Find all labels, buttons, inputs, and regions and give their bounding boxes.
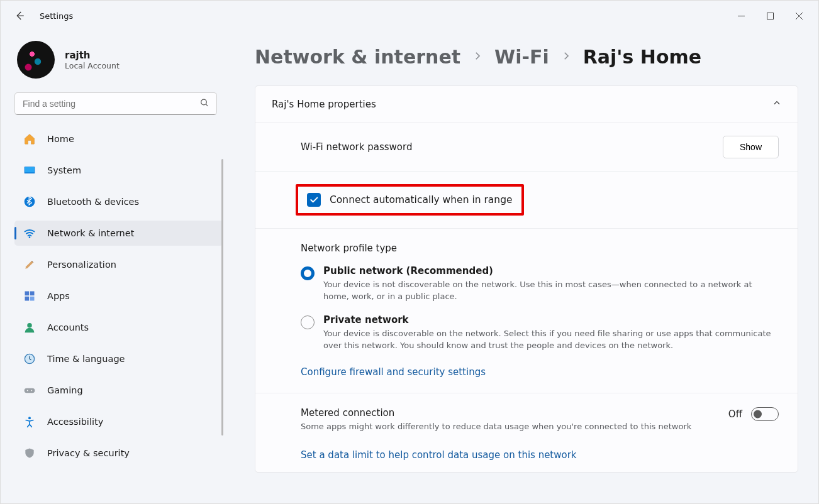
- title-bar-left: Settings: [13, 9, 73, 22]
- brush-icon: [23, 258, 36, 271]
- system-icon: [23, 164, 36, 177]
- nav-label: Gaming: [47, 385, 83, 395]
- nav-gaming[interactable]: Gaming: [14, 378, 223, 403]
- minimize-button[interactable]: [727, 6, 755, 26]
- main-content: Network & internet Wi-Fi Raj's Home Raj'…: [227, 31, 818, 503]
- nav-network[interactable]: Network & internet: [14, 221, 223, 246]
- maximize-button[interactable]: [755, 6, 784, 26]
- radio-private-input[interactable]: [301, 315, 315, 329]
- nav-label: Home: [47, 134, 74, 144]
- nav-label: System: [47, 165, 81, 175]
- nav-label: Privacy & security: [47, 448, 130, 458]
- nav-label: Accessibility: [47, 417, 103, 427]
- profile-type-section: Network profile type Public network (Rec…: [255, 229, 798, 393]
- radio-public-title: Public network (Recommended): [323, 265, 779, 277]
- crumb-network[interactable]: Network & internet: [255, 46, 460, 68]
- nav-home[interactable]: Home: [14, 126, 223, 151]
- shield-icon: [23, 447, 36, 459]
- accessibility-icon: [23, 415, 36, 428]
- person-icon: [23, 321, 36, 334]
- nav-label: Bluetooth & devices: [47, 197, 139, 207]
- nav-system[interactable]: System: [14, 158, 223, 183]
- window-controls: [727, 6, 813, 26]
- apps-icon: [23, 290, 36, 302]
- search-input[interactable]: [14, 92, 217, 115]
- radio-public-input[interactable]: [301, 266, 315, 280]
- sidebar: rajth Local Account Home System: [1, 31, 227, 503]
- svg-point-4: [201, 99, 207, 105]
- svg-point-8: [25, 197, 35, 207]
- metered-row: Metered connection Some apps might work …: [255, 393, 798, 438]
- crumb-wifi[interactable]: Wi-Fi: [494, 46, 549, 68]
- svg-line-5: [206, 104, 208, 106]
- nav-label: Accounts: [47, 322, 89, 332]
- data-limit-link[interactable]: Set a data limit to help control data us…: [301, 449, 577, 461]
- sidebar-scrollbar[interactable]: [221, 159, 223, 436]
- nav-apps[interactable]: Apps: [14, 283, 223, 309]
- clock-icon: [23, 353, 36, 365]
- search-wrap: [14, 92, 217, 115]
- svg-rect-7: [25, 167, 35, 172]
- auto-connect-row: Connect automatically when in range: [255, 172, 798, 229]
- svg-point-19: [31, 390, 33, 392]
- metered-toggle-block: Off: [728, 407, 779, 421]
- chevron-right-icon: [560, 50, 572, 63]
- gamepad-icon: [23, 384, 36, 397]
- metered-toggle-state: Off: [728, 408, 742, 420]
- nav-label: Apps: [47, 291, 70, 301]
- title-bar: Settings: [1, 1, 818, 31]
- nav-accounts[interactable]: Accounts: [14, 315, 223, 340]
- panel-header[interactable]: Raj's Home properties: [255, 86, 798, 123]
- chevron-up-icon: [772, 99, 781, 110]
- breadcrumb: Network & internet Wi-Fi Raj's Home: [255, 46, 798, 68]
- svg-rect-12: [25, 297, 30, 301]
- panel-title: Raj's Home properties: [272, 99, 376, 110]
- user-account-type: Local Account: [65, 61, 120, 70]
- chevron-right-icon: [472, 50, 483, 63]
- radio-public[interactable]: Public network (Recommended) Your device…: [301, 265, 779, 303]
- bluetooth-icon: [23, 195, 36, 208]
- svg-rect-11: [30, 292, 35, 296]
- close-button[interactable]: [784, 6, 813, 26]
- avatar: [17, 41, 55, 79]
- auto-connect-label: Connect automatically when in range: [330, 194, 513, 205]
- crumb-current: Raj's Home: [583, 46, 701, 68]
- content: rajth Local Account Home System: [1, 31, 818, 503]
- user-block[interactable]: rajth Local Account: [14, 41, 223, 79]
- nav-bluetooth[interactable]: Bluetooth & devices: [14, 189, 223, 214]
- svg-rect-13: [30, 297, 35, 301]
- app-title: Settings: [40, 11, 73, 21]
- nav-label: Network & internet: [47, 228, 134, 238]
- firewall-link[interactable]: Configure firewall and security settings: [301, 366, 486, 378]
- nav-label: Personalization: [47, 260, 116, 270]
- panel-body: Wi-Fi network password Show Connect auto…: [255, 123, 798, 472]
- auto-connect-highlight: Connect automatically when in range: [296, 184, 524, 216]
- show-password-button[interactable]: Show: [723, 136, 779, 158]
- auto-connect-checkbox[interactable]: [307, 193, 321, 207]
- nav-privacy[interactable]: Privacy & security: [14, 441, 223, 466]
- svg-point-9: [29, 236, 31, 238]
- svg-rect-1: [767, 13, 773, 19]
- wifi-password-label: Wi-Fi network password: [301, 141, 412, 153]
- nav-time[interactable]: Time & language: [14, 346, 223, 371]
- nav: Home System Bluetooth & devices Network …: [14, 126, 223, 472]
- back-button[interactable]: [13, 9, 26, 22]
- svg-point-20: [28, 417, 31, 419]
- wifi-icon: [23, 227, 36, 239]
- nav-accessibility[interactable]: Accessibility: [14, 409, 223, 434]
- nav-personalization[interactable]: Personalization: [14, 252, 223, 277]
- svg-point-18: [27, 390, 28, 392]
- svg-rect-17: [25, 388, 35, 393]
- wifi-password-row: Wi-Fi network password Show: [255, 123, 798, 172]
- data-limit-row: Set a data limit to help control data us…: [255, 438, 798, 472]
- radio-private-desc: Your device is discoverable on the netwo…: [323, 328, 779, 352]
- search-icon: [199, 98, 209, 110]
- radio-public-desc: Your device is not discoverable on the n…: [323, 279, 779, 303]
- profile-type-heading: Network profile type: [301, 243, 779, 254]
- metered-toggle[interactable]: [751, 407, 779, 421]
- radio-private[interactable]: Private network Your device is discovera…: [301, 314, 779, 352]
- radio-private-title: Private network: [323, 314, 779, 326]
- user-name: rajth: [65, 50, 120, 61]
- settings-window: Settings rajth Local Account: [0, 0, 819, 504]
- metered-title: Metered connection: [301, 407, 710, 419]
